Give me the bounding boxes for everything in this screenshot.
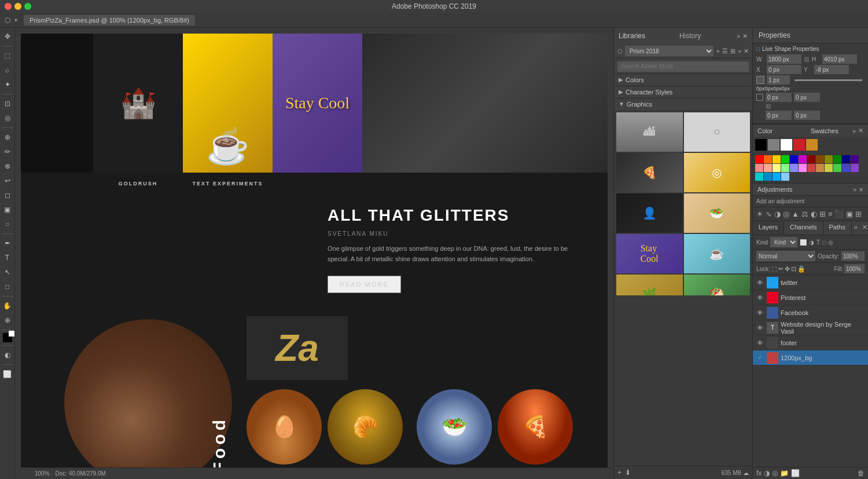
- swatch-medred[interactable]: [807, 164, 815, 172]
- eraser-tool[interactable]: ◻: [1, 189, 14, 202]
- blend-mode-select[interactable]: Normal: [756, 251, 815, 261]
- swatch-green[interactable]: [781, 155, 789, 163]
- lock-all-icon[interactable]: 🔒: [797, 265, 806, 273]
- bg-swatch[interactable]: [781, 139, 792, 151]
- graphic-thumb-1[interactable]: 🏙: [616, 112, 683, 152]
- adj-colorbalance-icon[interactable]: ⚖: [801, 210, 808, 218]
- adj-hue-icon[interactable]: ◎: [783, 210, 789, 218]
- new-group-icon[interactable]: 📁: [780, 469, 789, 477]
- fill-value[interactable]: 100%: [844, 264, 865, 273]
- adj-threshold-icon[interactable]: ⬛: [834, 210, 844, 218]
- panel-menu-icon[interactable]: »: [737, 32, 740, 39]
- swatch-medpurple[interactable]: [851, 164, 859, 172]
- add-effect-icon[interactable]: fx: [756, 469, 762, 477]
- library-close-icon[interactable]: ✕: [744, 47, 749, 55]
- graphic-thumb-5[interactable]: 👤: [616, 193, 683, 233]
- swatch-darkgreen[interactable]: [833, 155, 841, 163]
- stroke-color[interactable]: [756, 76, 764, 84]
- history-tab[interactable]: History: [679, 32, 734, 40]
- fg-color[interactable]: [3, 333, 12, 342]
- adj-gradient-icon[interactable]: ▣: [846, 210, 853, 218]
- eyedropper-tool[interactable]: ◎: [1, 112, 14, 125]
- swatch-lightpurple[interactable]: [799, 164, 807, 172]
- layer-item-facebook[interactable]: 👁 Facebook: [753, 305, 868, 320]
- swatch-darkblue[interactable]: [842, 155, 850, 163]
- library-add-icon[interactable]: +: [716, 47, 719, 54]
- swatch-cyan[interactable]: [755, 173, 763, 181]
- type-tool[interactable]: T: [1, 251, 14, 264]
- graphic-thumb-3[interactable]: 🍕: [616, 153, 683, 192]
- layers-expand[interactable]: »: [852, 221, 860, 235]
- library-expand-icon[interactable]: »: [738, 47, 741, 54]
- adj-pattern-icon[interactable]: ⊞: [855, 210, 862, 218]
- lib-download-btn[interactable]: ⬇: [625, 469, 631, 477]
- add-mask-icon[interactable]: ◑: [764, 469, 770, 477]
- library-grid-icon[interactable]: ⊞: [730, 47, 735, 55]
- lock-transparent-icon[interactable]: ⬚: [771, 265, 777, 273]
- marquee-tool[interactable]: ⬚: [1, 49, 14, 62]
- swatch-pink[interactable]: [755, 164, 763, 172]
- swatch-medgreen[interactable]: [833, 164, 841, 172]
- panel-close-icon[interactable]: ✕: [742, 32, 748, 40]
- swatch-peach[interactable]: [764, 164, 772, 172]
- screen-mode[interactable]: ⬜: [1, 368, 14, 381]
- add-adj-icon[interactable]: ◎: [772, 469, 778, 477]
- close-button[interactable]: [5, 3, 12, 10]
- graphic-thumb-7[interactable]: StayCool: [616, 234, 683, 273]
- clone-tool[interactable]: ⊗: [1, 160, 14, 173]
- lib-add-btn[interactable]: +: [617, 469, 621, 477]
- filter-shape-icon[interactable]: □: [822, 239, 826, 246]
- graphic-thumb-10[interactable]: 🥙: [684, 275, 751, 295]
- zoom-tool[interactable]: ⊕: [1, 314, 14, 327]
- swatches-close-icon[interactable]: ✕: [858, 127, 863, 134]
- layer-vis-bg[interactable]: ✓: [755, 354, 764, 361]
- opacity-value[interactable]: 100%: [841, 251, 865, 261]
- magic-wand-tool[interactable]: ✦: [1, 78, 14, 91]
- adjustments-header[interactable]: Adjustments » ✕: [753, 184, 868, 196]
- layer-vis-pinterest[interactable]: 👁: [755, 294, 764, 301]
- filter-adj-icon[interactable]: ◑: [809, 239, 814, 246]
- new-doc-icon[interactable]: +: [14, 16, 18, 24]
- adj-exposure-icon[interactable]: ◑: [774, 210, 781, 218]
- adj-lens-icon[interactable]: ⊞: [819, 210, 826, 218]
- hand-tool[interactable]: ✋: [1, 299, 14, 312]
- layer-vis-footer[interactable]: 👁: [755, 339, 764, 346]
- swatch-darkred[interactable]: [807, 155, 815, 163]
- filter-pixel-icon[interactable]: ⬜: [800, 239, 807, 246]
- orange-swatch[interactable]: [806, 139, 818, 151]
- new-layer-icon[interactable]: ⬜: [791, 469, 800, 477]
- adj-brightness-icon[interactable]: ☀: [756, 210, 763, 218]
- fg-swatch[interactable]: [755, 139, 767, 151]
- lasso-tool[interactable]: ⌕: [1, 64, 14, 76]
- adj-close-icon[interactable]: ✕: [859, 187, 863, 193]
- paths-tab[interactable]: Paths: [823, 221, 852, 235]
- swatch-brown[interactable]: [816, 155, 824, 163]
- layer-item-website[interactable]: 👁 T Website design by Serge Vasil: [753, 320, 868, 335]
- dodge-tool[interactable]: ○: [1, 218, 14, 231]
- layer-vis-twitter[interactable]: 👁: [755, 279, 764, 286]
- gradient-tool[interactable]: ▣: [1, 203, 14, 216]
- graphics-header[interactable]: ▼ Graphics: [614, 98, 752, 110]
- swatch-purple[interactable]: [799, 155, 807, 163]
- layer-vis-facebook[interactable]: 👁: [755, 309, 764, 316]
- adj-vibrance-icon[interactable]: ▲: [792, 210, 799, 218]
- red-swatch[interactable]: [793, 139, 805, 151]
- swatch-blue[interactable]: [790, 155, 798, 163]
- history-brush-tool[interactable]: ↩: [1, 174, 14, 187]
- minimize-button[interactable]: [14, 3, 21, 10]
- move-tool[interactable]: ✥: [1, 30, 14, 43]
- swatch-medorange[interactable]: [816, 164, 824, 172]
- library-select[interactable]: Prism 2018: [625, 46, 713, 56]
- lock-position-icon[interactable]: ✥: [785, 265, 790, 273]
- search-input[interactable]: [617, 61, 749, 72]
- brush-tool[interactable]: ✏: [1, 145, 14, 158]
- libraries-tab[interactable]: Libraries: [619, 32, 674, 40]
- swatch-teal[interactable]: [764, 173, 772, 181]
- swatch-yellow[interactable]: [773, 155, 781, 163]
- shape-tool[interactable]: □: [1, 280, 14, 293]
- swatch-skyblue[interactable]: [781, 173, 789, 181]
- swatch-lightgreen[interactable]: [781, 164, 789, 172]
- colors-header[interactable]: ▶ Colors: [614, 74, 752, 86]
- layer-item-footer[interactable]: 👁 footer: [753, 335, 868, 350]
- pen-tool[interactable]: ✒: [1, 237, 14, 250]
